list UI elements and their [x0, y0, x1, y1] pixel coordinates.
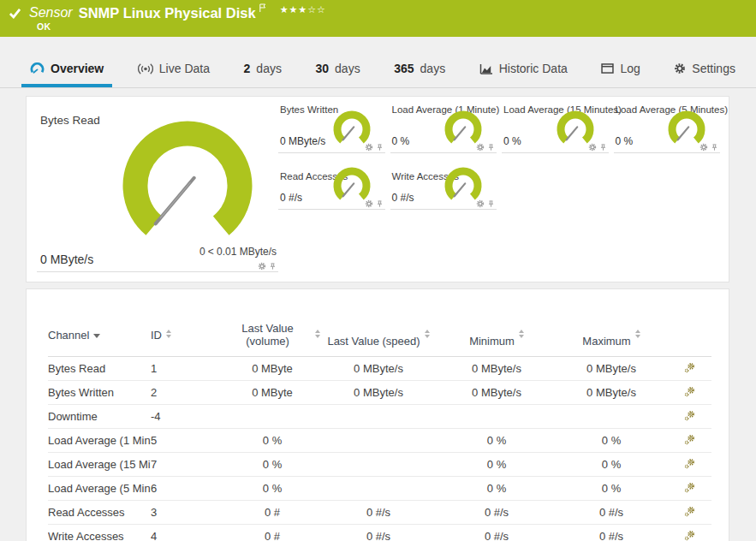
cell-maximum: 0 #/s	[557, 530, 666, 541]
column-label: Maximum	[582, 335, 630, 348]
cell-maximum: 0 MByte/s	[557, 362, 666, 375]
column-header-minimum[interactable]: Minimum	[437, 322, 557, 348]
cell-minimum: 0 #/s	[437, 506, 557, 519]
status-ok-check-icon	[9, 7, 21, 22]
column-label: ID	[151, 329, 162, 342]
edit-channel-button[interactable]	[684, 434, 695, 448]
gauge-value: 0 #/s	[392, 192, 414, 204]
gear-icon[interactable]	[476, 143, 485, 152]
edit-channel-button[interactable]	[684, 506, 695, 520]
cell-maximum: 0 %	[557, 458, 666, 471]
column-header-id[interactable]: ID	[151, 322, 224, 348]
tab-30-days[interactable]: 30days	[307, 53, 368, 87]
cell-channel: Load Average (15 Mi...	[48, 458, 151, 471]
tab-historic-data[interactable]: Historic Data	[471, 53, 576, 87]
column-label: Minimum	[469, 335, 515, 348]
channels-table: ChannelIDLast Value (volume)Last Value (…	[48, 315, 711, 541]
gauge-title: Bytes Read	[40, 114, 100, 127]
cell-id: 2	[151, 386, 224, 399]
small-gauges-grid: Bytes Written0 MByte/sLoad Average (1 Mi…	[278, 102, 720, 210]
sort-icon	[166, 330, 171, 340]
tab-label: days	[420, 62, 446, 75]
column-header-maximum[interactable]: Maximum	[557, 322, 666, 348]
tab-label: Overview	[51, 62, 104, 75]
pin-icon[interactable]	[599, 143, 607, 152]
cell-last_volume: 0 #	[224, 530, 320, 541]
gauge-cell-bytes-read: Bytes Read 0 MByte/s 0 < 0.01 MByte/s	[37, 104, 278, 272]
pin-icon[interactable]	[711, 143, 718, 152]
tab-365-days[interactable]: 365days	[385, 53, 454, 87]
pin-icon[interactable]	[487, 199, 495, 208]
cell-minimum: 0 MByte/s	[437, 386, 557, 399]
gauge-cell-bytes-written: Bytes Written0 MByte/s	[278, 102, 385, 153]
bytes-read-gauge	[119, 117, 256, 254]
tab-number: 2	[244, 62, 251, 75]
table-row: Load Average (5 Min...60 %0 %0 %	[48, 477, 711, 501]
cell-minimum: 0 %	[437, 434, 557, 447]
tab-2-days[interactable]: 2days	[235, 53, 290, 87]
sort-desc-icon	[93, 334, 100, 338]
cell-id: 7	[151, 458, 224, 471]
gear-icon[interactable]	[258, 262, 266, 270]
priority-stars[interactable]: ★★★☆☆	[280, 4, 326, 15]
table-row: Bytes Written20 MByte0 MByte/s0 MByte/s0…	[48, 381, 711, 405]
cell-id: 3	[151, 506, 224, 519]
cell-maximum: 0 %	[557, 482, 666, 495]
gear-icon[interactable]	[588, 143, 597, 152]
cell-channel: Downtime	[48, 410, 151, 423]
pin-icon[interactable]	[376, 143, 384, 152]
sort-icon	[425, 330, 430, 340]
gear-icon[interactable]	[699, 143, 708, 152]
tab-log[interactable]: Log	[592, 53, 648, 87]
gauge-value: 0 %	[503, 135, 521, 147]
gauge-cell-load-average-1-minute: Load Average (1 Minute)0 %	[390, 102, 497, 153]
gauge-icon	[30, 62, 45, 74]
gear-icon[interactable]	[476, 199, 485, 208]
tab-live-data[interactable]: Live Data	[129, 53, 218, 87]
tab-overview[interactable]: Overview	[21, 53, 112, 87]
cell-last_volume: 0 %	[224, 434, 320, 447]
table-row: Write Accesses40 #0 #/s0 #/s0 #/s	[48, 525, 711, 541]
cell-last_volume: 0 %	[224, 458, 320, 471]
page-title: SNMP Linux Physical Disk	[79, 4, 256, 21]
edit-channel-button[interactable]	[684, 458, 695, 472]
tab-bar: OverviewLive Data2days30days365daysHisto…	[0, 37, 756, 88]
edit-channel-button[interactable]	[684, 362, 695, 376]
gauge-cell-read-accesses: Read Accesses0 #/s	[278, 169, 385, 210]
edit-channel-button[interactable]	[684, 410, 695, 424]
pin-icon[interactable]	[269, 262, 277, 270]
live-data-icon	[138, 63, 153, 74]
gauge-cell-load-average-15-minutes: Load Average (15 Minutes)0 %	[502, 102, 609, 153]
cell-last_volume: 0 MByte	[224, 362, 320, 375]
channels-table-body: Bytes Read10 MByte0 MByte/s0 MByte/s0 MB…	[48, 357, 711, 541]
cell-channel: Bytes Read	[48, 362, 151, 375]
sort-icon	[519, 330, 524, 340]
cell-maximum: 0 #/s	[557, 506, 666, 519]
status-badge: OK	[37, 21, 51, 32]
pin-icon[interactable]	[376, 199, 384, 208]
edit-channel-button[interactable]	[684, 530, 695, 541]
sensor-header: Sensor SNMP Linux Physical Disk ★★★☆☆ OK	[0, 0, 756, 37]
cell-last_volume: 0 #	[224, 506, 320, 519]
cell-channel: Bytes Written	[48, 386, 151, 399]
cell-channel: Load Average (1 Min...	[48, 434, 151, 447]
tab-label: days	[256, 62, 282, 75]
column-label: Channel	[48, 329, 89, 342]
pin-icon[interactable]	[487, 143, 495, 152]
cell-channel: Read Accesses	[48, 506, 151, 519]
tab-settings[interactable]: Settings	[665, 53, 744, 87]
gauge-cell-write-accesses: Write Accesses0 #/s	[390, 169, 497, 210]
column-header-channel[interactable]: Channel	[48, 322, 151, 348]
column-header-last_volume[interactable]: Last Value (volume)	[224, 322, 320, 348]
edit-channel-button[interactable]	[684, 386, 695, 400]
settings-gear-icon	[674, 62, 686, 74]
table-row: Load Average (15 Mi...70 %0 %0 %	[48, 453, 711, 477]
edit-channel-button[interactable]	[684, 482, 695, 496]
gauge-cell-load-average-5-minutes: Load Average (5 Minutes)0 %	[614, 102, 721, 153]
column-label: Last Value (volume)	[224, 322, 311, 348]
cell-minimum: 0 %	[437, 482, 557, 495]
column-header-last_speed[interactable]: Last Value (speed)	[320, 322, 437, 348]
gear-icon[interactable]	[365, 143, 373, 152]
table-row: Read Accesses30 #0 #/s0 #/s0 #/s	[48, 501, 711, 525]
gear-icon[interactable]	[365, 199, 373, 208]
